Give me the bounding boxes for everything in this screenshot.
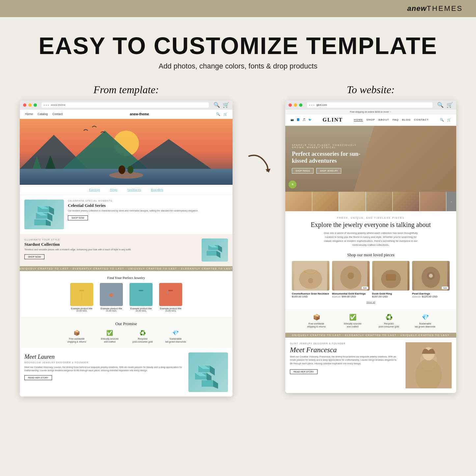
facebook-icon[interactable]: 📘 [296, 118, 300, 121]
shop-jewelry-btn[interactable]: SHOP JEWELRY [316, 168, 342, 174]
website-product-0-price: $165.00 USD [292, 295, 329, 298]
website-fresh-desc: Dive into a world of stunning jewelry wh… [322, 231, 420, 247]
website-nav-about[interactable]: ABOUT [378, 118, 389, 122]
template-featured-1-btn[interactable]: SHOP NOW [68, 215, 88, 220]
website-nav-home[interactable]: HOME [354, 118, 363, 122]
website-product-2-price: $197.00 USD [372, 295, 410, 298]
svg-marker-32 [210, 366, 215, 376]
template-marquee: UNIQUELY CRAFTED TO LAST · ELEGANTLY CRA… [20, 266, 233, 271]
shipping-feature-icon: 📦 [303, 314, 330, 321]
product-1-svg [332, 261, 370, 291]
website-feature-3: 💎 Sustainablelab grown diamonds [412, 314, 438, 328]
template-address-bar[interactable]: ● ● ● anew-theme [42, 102, 209, 108]
search-icon[interactable]: 🔍 [213, 102, 220, 108]
website-thumb-6[interactable] [420, 192, 447, 211]
template-meet-subtitle: MOONGLOW JEWELRY DESIGNER & FOUNDER [24, 361, 184, 364]
website-product-0-image[interactable] [292, 261, 329, 291]
template-featured-1-image [24, 200, 64, 229]
website-view-all[interactable]: View all [292, 301, 450, 304]
svg-marker-18 [46, 219, 51, 226]
svg-rect-30 [167, 291, 168, 294]
twitter-icon[interactable]: 🐦 [308, 118, 312, 121]
website-product-1-image[interactable]: Sale [332, 261, 370, 291]
cart-icon[interactable]: 🛒 [223, 102, 229, 108]
search-icon[interactable]: 🔍 [440, 118, 444, 122]
website-fresh-section: FRESH, UNIQUE, AND TIMELESS PIECES Explo… [285, 211, 456, 309]
svg-marker-37 [202, 380, 213, 387]
website-thumb-more[interactable]: › [446, 192, 456, 211]
website-hero-title: Perfect accessories for sun-kissed adven… [292, 151, 364, 165]
website-nav-blog[interactable]: BLOG [402, 118, 410, 122]
website-nav-faq[interactable]: FAQ [392, 118, 399, 122]
template-meet-btn[interactable]: READ HER STORY [24, 375, 52, 380]
svg-point-52 [429, 274, 433, 278]
website-nav-shop[interactable]: SHOP [366, 118, 375, 122]
tiktok-icon[interactable]: 🎵 [302, 118, 306, 121]
website-thumb-1[interactable] [285, 192, 312, 211]
website-nav-contact[interactable]: CONTACT [414, 118, 429, 122]
cart-icon[interactable]: 🛒 [447, 118, 451, 122]
template-featured-2-btn[interactable]: SHOP NOW [24, 254, 44, 259]
cart-icon[interactable]: 🛒 [446, 102, 453, 108]
product-3-svg [412, 261, 450, 291]
product-0-svg [292, 261, 329, 291]
browser-dot-green [34, 103, 37, 107]
template-nav-contact[interactable]: Contact [52, 112, 63, 116]
website-feature-1: ✅ Ethically sourcedand crafted [340, 314, 366, 328]
template-product-0: Example product title 19.99 MDL [69, 283, 95, 312]
website-meet-section: GLINT JEWELRY DESIGNER & FOUNDER Meet Fr… [285, 338, 456, 393]
main-content: EASY TO CUSTOMIZE TEMPLATE Add photos, c… [0, 17, 476, 416]
website-product-3-name: Pearl Earrings [412, 292, 450, 295]
search-icon[interactable]: 🔍 [437, 102, 444, 108]
instagram-icon[interactable]: 📷 [291, 118, 294, 121]
template-featured-2-text: ILLUMINATE YOUR STYLE Stardust Collectio… [24, 238, 198, 260]
template-nav-links: Home Catalog Contact [25, 112, 63, 116]
website-page-content: Free shipping on orders $200 or more → 📷… [285, 110, 456, 393]
template-hero [20, 119, 233, 185]
svg-marker-38 [213, 380, 218, 389]
template-featured-1-eyebrow: CELEBRATE SPECIAL MOMENTS [68, 200, 228, 202]
shirt-2-svg [133, 287, 149, 302]
website-browser-bar: ● ● ● glint.com 🔍 🛒 [285, 100, 456, 110]
website-address-bar[interactable]: ● ● ● glint.com [307, 102, 433, 108]
shop-rings-btn[interactable]: SHOP RINGS [292, 168, 314, 174]
brand-suffix: THEMES [427, 4, 463, 13]
svg-rect-29 [168, 290, 173, 291]
website-product-2: Dusk Gold Ring $197.00 USD [372, 261, 410, 298]
search-icon[interactable]: 🔍 [216, 112, 220, 116]
template-cat-necklaces[interactable]: Necklaces [127, 188, 141, 191]
website-product-3-image[interactable]: Sale [412, 261, 450, 291]
cart-icon[interactable]: 🛒 [223, 112, 227, 116]
website-product-1-badge: Sale [362, 287, 368, 289]
website-product-0: Cosmofluence Gran Necklace $165.00 USD [292, 261, 329, 298]
template-column-label: From template: [20, 84, 233, 96]
website-product-1-price: $99.00 USD [342, 295, 356, 298]
template-promise-title: Our Promise [24, 321, 228, 326]
template-cat-earrings[interactable]: Earrings [89, 188, 100, 191]
template-product-3-image [159, 283, 182, 306]
template-nav-home[interactable]: Home [25, 112, 33, 116]
template-promise-3: 💎 Sustainablelab grown diamonds [162, 330, 189, 343]
website-hero-eyebrow: SPARKLE THIS PLANET, CONSCIOUSLY GROWN, … [292, 144, 364, 149]
website-thumb-2[interactable] [312, 192, 339, 211]
template-featured-2-title: Stardust Collection [24, 242, 198, 247]
template-promise-section: Our Promise 📦 Free worldwideshipping & r… [20, 317, 233, 348]
template-cat-bracelets[interactable]: Bracelets [151, 188, 163, 191]
template-nav-catalog[interactable]: Catalog [38, 112, 48, 116]
website-feature-2-label: Recycledpost-consumer gold [376, 322, 402, 328]
website-thumb-3[interactable] [339, 192, 366, 211]
website-product-2-image[interactable] [372, 261, 410, 291]
template-promise-0: 📦 Free worldwideshipping & returns [64, 330, 90, 343]
website-meet-text: GLINT JEWELRY DESIGNER & FOUNDER Meet Fr… [290, 342, 402, 375]
diamond-feature-icon: 💎 [412, 314, 438, 321]
template-cat-rings[interactable]: Rings [110, 188, 118, 191]
website-meet-btn[interactable]: READ HER STORY [290, 369, 318, 374]
website-thumb-5[interactable] [393, 192, 420, 211]
template-meet-desc: Meet our Creative Visionary, Lauren, the… [24, 366, 184, 372]
website-product-1: Sale Monumental Gold Earrings $125.00 $9… [332, 261, 370, 298]
template-browser-icons: 🔍 🛒 [213, 102, 229, 108]
svg-point-10 [127, 166, 133, 173]
svg-point-9 [119, 165, 126, 174]
shipping-icon: 📦 [64, 330, 90, 336]
website-thumb-4[interactable] [366, 192, 393, 211]
